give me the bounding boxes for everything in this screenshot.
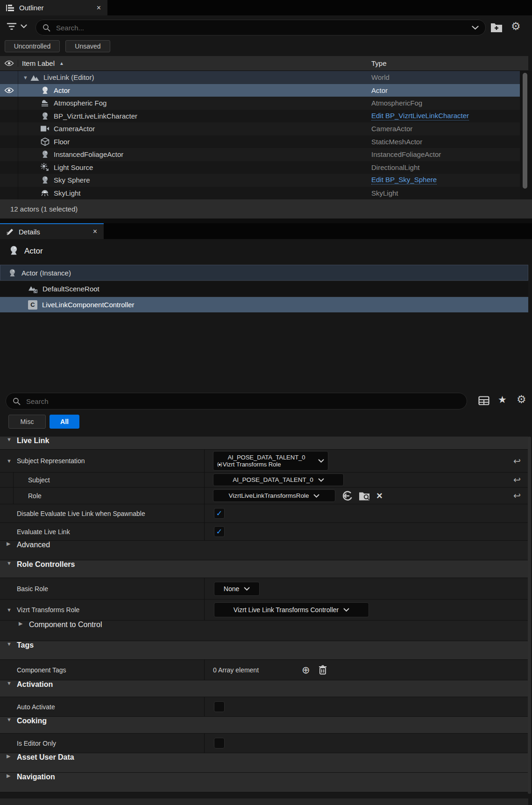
collapse-triangle-icon[interactable]: ▼	[7, 437, 13, 449]
outliner-row-livelink[interactable]: ▼ LiveLink (Editor) World	[0, 71, 520, 84]
collapse-triangle-icon[interactable]: ▼	[7, 607, 13, 613]
favorites-star-icon[interactable]: ★	[498, 395, 507, 404]
details-search-input[interactable]	[25, 397, 460, 406]
collapse-triangle-icon[interactable]: ▼	[7, 680, 13, 697]
outliner-row-skylight[interactable]: SkyLight SkyLight	[0, 187, 520, 200]
edit-blueprint-link[interactable]: Edit BP_VizrtLiveLinkCharacter	[371, 112, 469, 120]
outliner-row-bp-vizrtlivelinkcharacter[interactable]: BP_VizrtLiveLinkCharacter Edit BP_VizrtL…	[0, 110, 520, 123]
new-folder-icon[interactable]	[490, 21, 503, 33]
expand-triangle-icon[interactable]: ▶	[7, 753, 13, 772]
collapse-triangle-icon[interactable]: ▼	[7, 717, 13, 733]
column-header-type[interactable]: Type	[371, 59, 387, 67]
row-subject-representation: ▼ Subject Representation AI_POSE_DATA_TA…	[0, 450, 528, 473]
outliner-row-floor[interactable]: Floor StaticMeshActor	[0, 135, 520, 148]
dropdown-value-line1: AI_POSE_DATA_TALENT_0	[227, 454, 305, 461]
auto-activate-checkbox[interactable]	[214, 701, 225, 712]
tab-outliner[interactable]: Outliner ×	[0, 0, 107, 15]
expand-triangle-icon[interactable]: ▶	[7, 773, 13, 792]
outliner-scrollbar-thumb[interactable]	[523, 73, 527, 189]
dropdown-value: Vizrt Live Link Transforms Controller	[234, 606, 339, 614]
row-type: SkyLight	[371, 189, 398, 197]
outliner-row-sky-sphere[interactable]: Sky Sphere Edit BP_Sky_Sphere	[0, 174, 520, 187]
vizrt-transforms-role-dropdown[interactable]: Vizrt Live Link Transforms Controller	[214, 602, 369, 617]
reset-to-default-icon[interactable]: ↩	[513, 474, 521, 485]
dropdown-value: VizrtLiveLinkTransformsRole	[229, 492, 309, 499]
expand-collapse-icon[interactable]: ▼	[23, 75, 29, 80]
property-label: Role	[28, 492, 42, 500]
search-options-chevron-icon[interactable]	[472, 26, 479, 30]
tab-details[interactable]: Details ×	[0, 223, 104, 239]
collapse-triangle-icon[interactable]: ▼	[7, 458, 13, 464]
display-options-grid-icon[interactable]	[478, 396, 489, 405]
filter-chip-uncontrolled[interactable]: Uncontrolled	[5, 40, 60, 52]
group-advanced[interactable]: ▶ Advanced	[0, 541, 528, 560]
edit-blueprint-link[interactable]: Edit BP_Sky_Sphere	[371, 176, 437, 184]
section-activation[interactable]: ▼ Activation	[0, 680, 528, 697]
role-dropdown[interactable]: VizrtLiveLinkTransformsRole	[213, 489, 335, 502]
outliner-row-light-source[interactable]: Light Source DirectionalLight	[0, 161, 520, 174]
reset-to-default-icon[interactable]: ↩	[513, 456, 521, 466]
browse-to-asset-icon[interactable]	[359, 491, 371, 501]
outliner-row-atmospheric-fog[interactable]: Atmospheric Fog AtmosphericFog	[0, 97, 520, 110]
outliner-rows: ▼ LiveLink (Editor) World Actor Actor At…	[0, 71, 520, 199]
close-icon[interactable]: ×	[93, 227, 97, 236]
filter-chevron-down-icon[interactable]	[21, 24, 27, 28]
collapse-triangle-icon[interactable]: ▼	[7, 641, 13, 659]
dropdown-value: AI_POSE_DATA_TALENT_0	[233, 476, 313, 483]
section-asset-user-data[interactable]: ▶ Asset User Data	[0, 753, 528, 773]
static-mesh-icon	[40, 137, 50, 146]
close-icon[interactable]: ×	[97, 4, 101, 12]
disable-evaluate-checkbox[interactable]	[214, 508, 225, 519]
group-component-to-control[interactable]: ▶ Component to Control	[0, 621, 528, 641]
collapse-triangle-icon[interactable]: ▼	[7, 560, 13, 578]
outliner-row-cameraactor[interactable]: CameraActor CameraActor	[0, 122, 520, 135]
row-evaluate-live-link: Evaluate Live Link	[0, 523, 528, 541]
row-label: BP_VizrtLiveLinkCharacter	[54, 112, 137, 120]
eye-icon[interactable]	[4, 87, 14, 94]
subject-dropdown[interactable]: AI_POSE_DATA_TALENT_0	[213, 473, 344, 486]
section-live-link[interactable]: ▼ Live Link	[0, 437, 528, 450]
row-is-editor-only: Is Editor Only	[0, 734, 528, 753]
subject-representation-dropdown[interactable]: AI_POSE_DATA_TALENT_0 (●) Vizrt Transfor…	[213, 451, 328, 471]
section-title: Navigation	[17, 773, 55, 792]
use-selected-asset-icon[interactable]	[342, 491, 353, 501]
sort-ascending-icon[interactable]: ▲	[59, 61, 64, 66]
section-tags[interactable]: ▼ Tags	[0, 641, 528, 660]
category-chip-all[interactable]: All	[50, 415, 79, 429]
outliner-row-actor[interactable]: Actor Actor	[0, 84, 520, 97]
row-type: AtmosphericFog	[371, 99, 422, 107]
expand-triangle-icon[interactable]: ▶	[19, 621, 25, 641]
column-header-item-label[interactable]: Item Label	[22, 59, 55, 67]
details-scrollbar-thumb[interactable]	[528, 437, 531, 794]
reset-to-default-icon[interactable]: ↩	[513, 490, 521, 501]
outliner-search-input[interactable]	[55, 23, 472, 32]
visibility-gutter	[0, 71, 18, 84]
outliner-row-instancedfoliageactor[interactable]: InstancedFoliageActor InstancedFoliageAc…	[0, 148, 520, 161]
scene-root-icon	[28, 284, 38, 293]
is-editor-only-checkbox[interactable]	[214, 738, 225, 749]
row-label: Light Source	[54, 163, 93, 171]
component-row-livelinkcomponentcontroller[interactable]: C LiveLinkComponentController	[0, 297, 528, 312]
category-chip-misc[interactable]: Misc	[8, 415, 46, 429]
visibility-gutter	[0, 174, 18, 187]
visibility-column-header[interactable]	[0, 60, 18, 67]
section-cooking[interactable]: ▼ Cooking	[0, 717, 528, 734]
evaluate-live-link-checkbox[interactable]	[214, 526, 225, 537]
add-array-element-icon[interactable]: ⊕	[302, 665, 310, 675]
expand-triangle-icon[interactable]: ▶	[7, 541, 13, 560]
details-search[interactable]	[6, 393, 467, 410]
outliner-search[interactable]	[35, 20, 486, 35]
trash-icon[interactable]	[319, 665, 327, 675]
details-settings-gear-icon[interactable]: ⚙	[517, 394, 526, 405]
section-navigation[interactable]: ▶ Navigation	[0, 773, 528, 792]
clear-icon[interactable]: ×	[376, 491, 383, 501]
details-property-grid: ▼ Live Link ▼ Subject Representation AI_…	[0, 437, 528, 798]
outliner-settings-gear-icon[interactable]: ⚙	[511, 21, 521, 32]
filter-funnel-icon[interactable]	[7, 22, 17, 30]
component-row-defaultsceneroot[interactable]: DefaultSceneRoot	[0, 282, 528, 296]
basic-role-dropdown[interactable]: None	[214, 582, 260, 596]
component-row-actor-instance[interactable]: Actor (Instance)	[0, 265, 528, 281]
atmospheric-fog-icon	[40, 99, 50, 107]
filter-chip-unsaved[interactable]: Unsaved	[65, 40, 110, 52]
section-role-controllers[interactable]: ▼ Role Controllers	[0, 560, 528, 578]
